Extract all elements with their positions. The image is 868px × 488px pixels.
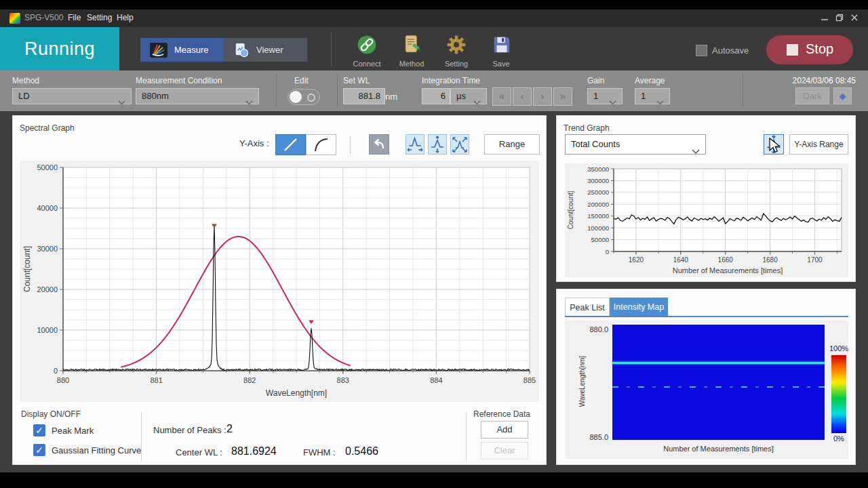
autosave-checkbox[interactable] [696,45,707,56]
gain-select[interactable]: 1 [587,88,623,104]
y-axis-range-button[interactable]: Y-Axis Range [789,134,848,155]
svg-text:250000: 250000 [587,188,609,196]
restore-icon[interactable] [834,14,845,23]
trend-panel-title: Trend Graph [564,123,610,133]
svg-text:10000: 10000 [37,326,58,334]
chevron-down-icon [245,95,253,110]
toggle-knob [290,91,302,103]
floppy-disk-icon [492,35,512,55]
integration-unit-value: µs [456,91,466,101]
save-button[interactable]: Save [479,33,523,68]
app-icon [9,13,20,24]
integration-input[interactable]: 6 [422,88,450,104]
gaussian-checkbox[interactable]: ✓ [33,444,45,456]
colorbar-max-label: 100% [829,344,848,352]
datetime-text: 2024/03/06 08:45 [746,76,856,85]
fit-vertical-icon [429,135,446,154]
prev-button[interactable]: ‹ [513,87,532,106]
colorbar [831,355,846,433]
edit-toggle[interactable] [288,89,320,105]
heatmap-dashed-line [612,386,825,388]
tab-measure[interactable]: Measure [140,38,224,62]
tab-viewer-label: Viewer [256,45,283,55]
method-button[interactable]: Method [390,33,433,68]
separator [743,75,743,107]
setting-label: Setting [435,60,478,68]
svg-text:1640: 1640 [673,256,689,264]
center-wl-label: Center WL : [176,447,222,458]
svg-text:100000: 100000 [587,224,609,232]
reference-clear-button[interactable]: Clear [481,442,528,460]
peak-mark-label: Peak Mark [52,426,94,436]
svg-text:885: 885 [524,376,536,384]
tab-peak-list[interactable]: Peak List [565,298,610,317]
condition-select-value: 880nm [142,91,169,101]
chevron-down-icon [473,95,481,110]
last-button[interactable]: » [553,87,572,106]
dark-shutter-button[interactable]: ◆ [833,87,852,104]
connect-button[interactable]: Connect [345,33,389,68]
menu-help[interactable]: Help [117,13,134,22]
condition-select[interactable]: 880nm [136,88,259,104]
mouse-cursor [768,138,781,154]
undo-icon [370,135,389,154]
status-banner: Running [0,27,119,70]
svg-text:0: 0 [606,248,609,256]
integration-label: Integration Time [422,76,480,85]
reset-zoom-button[interactable] [369,134,389,155]
menu-setting[interactable]: Setting [87,13,112,22]
reference-add-button[interactable]: Add [481,421,528,439]
chevron-down-icon [609,95,616,110]
svg-text:150000: 150000 [587,212,609,220]
edit-label: Edit [294,76,309,85]
svg-text:50000: 50000 [591,236,609,243]
menu-file[interactable]: File [68,13,81,22]
average-select[interactable]: 1 [635,88,670,104]
integration-unit-select[interactable]: µs [450,88,487,104]
first-button[interactable]: « [492,87,511,106]
setting-button[interactable]: Setting [435,33,478,68]
chevron-down-icon [656,95,664,110]
map-panel: Peak List Intensity Map 880.0 885.0 Wave… [556,289,856,465]
header-bar: Running Measure Viewer [0,27,868,70]
map-y-axis-title: WaveLength[nm] [578,344,586,419]
svg-text:880: 880 [57,376,69,384]
chain-link-icon [356,34,378,56]
set-wl-unit: nm [385,92,397,102]
svg-text:Number of Measurements [times]: Number of Measurements [times] [673,266,783,274]
close-icon[interactable] [849,14,860,23]
diamond-icon: ◆ [840,91,846,101]
spectral-graph-box: 880 881 882 883 884 885 0 10000 20000 30… [20,161,539,402]
set-wl-input[interactable]: 881.8 [343,88,385,104]
dark-button[interactable]: Dark [795,87,829,104]
tab-intensity-map[interactable]: Intensity Map [610,298,668,317]
method-label: Method [390,60,433,68]
svg-text:20000: 20000 [37,285,58,293]
minimize-icon[interactable] [819,14,830,23]
save-label: Save [479,60,523,68]
peak-mark-checkbox[interactable]: ✓ [33,424,45,436]
spectral-panel-title: Spectral Graph [20,123,75,133]
log-scale-button[interactable] [306,134,336,155]
fit-vertical-button[interactable] [428,134,447,155]
stop-button[interactable]: Stop [766,35,853,64]
chevron-down-icon [118,95,125,110]
intensity-heatmap[interactable] [612,325,825,440]
trend-source-select[interactable]: Total Counts [565,134,706,155]
fit-all-button[interactable] [450,134,469,155]
fit-horizontal-button[interactable] [406,134,425,155]
next-button[interactable]: › [533,87,552,106]
tab-viewer[interactable]: Viewer [224,38,307,62]
spectral-chart[interactable]: 880 881 882 883 884 885 0 10000 20000 30… [20,161,539,402]
method-select[interactable]: LD [12,88,132,104]
fit-horizontal-icon [406,135,424,154]
tab-measure-label: Measure [174,45,209,55]
trend-chart[interactable]: 0 50000 100000 150000 200000 250000 3000… [565,163,848,277]
range-button[interactable]: Range [484,134,540,155]
gain-label: Gain [587,76,604,85]
gain-value: 1 [593,91,598,101]
map-y-min-label: 885.0 [581,433,608,441]
app-title: SPG-V500 [24,13,63,22]
linear-scale-button[interactable] [275,134,306,155]
title-bar: SPG-V500 File Setting Help [0,9,868,27]
